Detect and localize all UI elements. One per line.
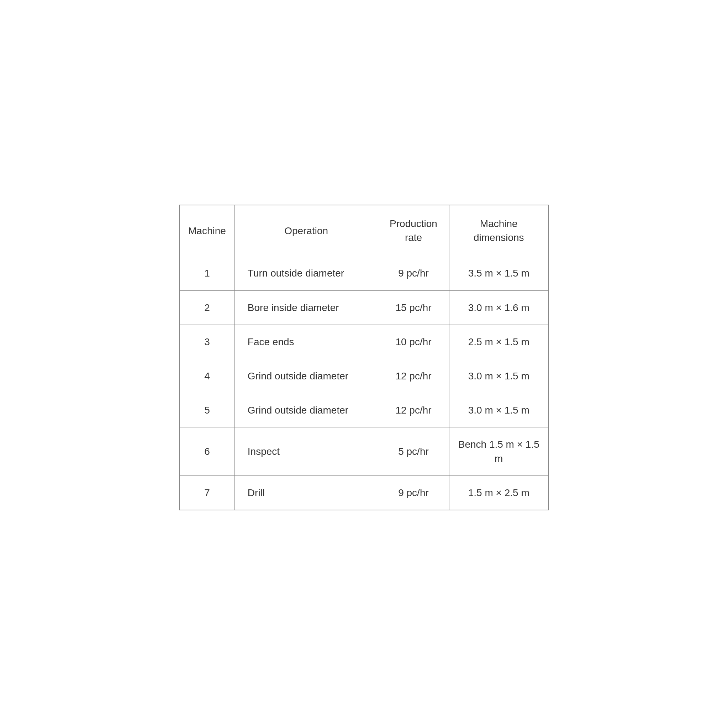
cell-machine-dim-3: 2.5 m × 1.5 m xyxy=(449,324,549,359)
cell-production-rate-3: 10 pc/hr xyxy=(378,324,449,359)
cell-production-rate-1: 9 pc/hr xyxy=(378,256,449,290)
cell-production-rate-5: 12 pc/hr xyxy=(378,393,449,427)
table-row: 5Grind outside diameter12 pc/hr3.0 m × 1… xyxy=(179,393,549,427)
table-wrapper: Machine Operation Production rate Machin… xyxy=(168,194,560,521)
cell-operation-4: Grind outside diameter xyxy=(235,359,378,393)
cell-machine-5: 5 xyxy=(179,393,235,427)
cell-machine-dim-6: Bench 1.5 m × 1.5 m xyxy=(449,427,549,475)
header-machine: Machine xyxy=(179,205,235,256)
cell-machine-2: 2 xyxy=(179,290,235,324)
header-machine-dimensions: Machine dimensions xyxy=(449,205,549,256)
cell-production-rate-4: 12 pc/hr xyxy=(378,359,449,393)
table-row: 3Face ends10 pc/hr2.5 m × 1.5 m xyxy=(179,324,549,359)
cell-operation-1: Turn outside diameter xyxy=(235,256,378,290)
header-production-rate: Production rate xyxy=(378,205,449,256)
cell-machine-3: 3 xyxy=(179,324,235,359)
table-row: 4Grind outside diameter12 pc/hr3.0 m × 1… xyxy=(179,359,549,393)
cell-operation-3: Face ends xyxy=(235,324,378,359)
cell-operation-5: Grind outside diameter xyxy=(235,393,378,427)
table-row: 6Inspect5 pc/hrBench 1.5 m × 1.5 m xyxy=(179,427,549,475)
table-row: 7Drill9 pc/hr1.5 m × 2.5 m xyxy=(179,475,549,510)
cell-machine-6: 6 xyxy=(179,427,235,475)
cell-production-rate-2: 15 pc/hr xyxy=(378,290,449,324)
table-row: 2Bore inside diameter15 pc/hr3.0 m × 1.6… xyxy=(179,290,549,324)
cell-operation-6: Inspect xyxy=(235,427,378,475)
cell-production-rate-6: 5 pc/hr xyxy=(378,427,449,475)
cell-machine-1: 1 xyxy=(179,256,235,290)
cell-machine-dim-5: 3.0 m × 1.5 m xyxy=(449,393,549,427)
header-row: Machine Operation Production rate Machin… xyxy=(179,205,549,256)
cell-machine-dim-4: 3.0 m × 1.5 m xyxy=(449,359,549,393)
header-operation: Operation xyxy=(235,205,378,256)
cell-machine-7: 7 xyxy=(179,475,235,510)
cell-machine-dim-1: 3.5 m × 1.5 m xyxy=(449,256,549,290)
cell-machine-4: 4 xyxy=(179,359,235,393)
cell-production-rate-7: 9 pc/hr xyxy=(378,475,449,510)
cell-machine-dim-7: 1.5 m × 2.5 m xyxy=(449,475,549,510)
data-table: Machine Operation Production rate Machin… xyxy=(179,205,549,510)
table-row: 1Turn outside diameter9 pc/hr3.5 m × 1.5… xyxy=(179,256,549,290)
cell-operation-2: Bore inside diameter xyxy=(235,290,378,324)
cell-machine-dim-2: 3.0 m × 1.6 m xyxy=(449,290,549,324)
cell-operation-7: Drill xyxy=(235,475,378,510)
